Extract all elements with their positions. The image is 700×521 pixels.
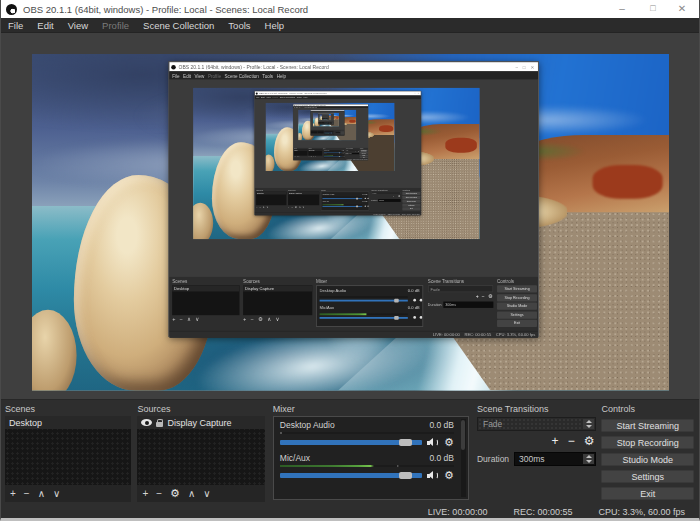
- add-transition-button[interactable]: +: [552, 434, 559, 448]
- combo-spinner-icon[interactable]: [583, 419, 594, 429]
- mixer-box: Desktop Audio 0.0 dB ⚙ Mic/Aux 0.0 dB: [273, 416, 469, 500]
- maximize-icon: □: [523, 64, 528, 69]
- mixer-ch1-header: Desktop Audio 0.0 dB: [280, 420, 454, 431]
- mixer-ch2-meter: [280, 465, 454, 467]
- captured-source-row: Display Capture: [288, 192, 319, 195]
- menu-file[interactable]: File: [1, 20, 30, 31]
- wallpaper-red-soil: [445, 138, 477, 153]
- captured-source-row: Display Capture: [317, 131, 323, 132]
- captured-statusbar: LIVE: 00:00:00 REC: 00:00:55 CPU: 3.3%, …: [293, 159, 368, 160]
- wallpaper-red-soil: [330, 116, 331, 117]
- captured-btn: Start Streaming: [497, 285, 537, 292]
- source-label: Display Capture: [167, 418, 231, 428]
- captured-mixer-ch2: Mic/Aux 0.0 dB: [320, 305, 420, 310]
- recursive-capture: OBS 20.1.1 (64bit, windows) - Profile: L…: [193, 88, 480, 240]
- captured-controls-panel: Controls Start Streaming Stop Recording …: [402, 189, 420, 212]
- captured-controls-panel: Controls Start Streaming Stop Recording …: [341, 130, 345, 135]
- captured-ch2-handle: [394, 316, 399, 320]
- captured-menubar: File Edit View Profile Scene Collection …: [169, 71, 538, 79]
- captured-transition-combo: Fade: [334, 131, 340, 132]
- add-source-button[interactable]: +: [142, 488, 148, 499]
- captured-transitions-panel: Scene Transitions Fade + − ⚙ Duration 30…: [334, 130, 340, 135]
- close-icon: ✕: [366, 105, 367, 106]
- gear-icon[interactable]: ⚙: [444, 437, 454, 448]
- volume-slider[interactable]: [280, 440, 422, 445]
- mixer-scrollbar[interactable]: [461, 419, 466, 497]
- gear-icon[interactable]: ⚙: [444, 470, 454, 481]
- wallpaper-red-soil: [379, 125, 393, 132]
- settings-button[interactable]: Settings: [601, 470, 694, 483]
- captured-menu-scene-collection: Scene Collection: [225, 73, 259, 78]
- captured-duration-value: 300ms: [443, 302, 493, 308]
- scene-row-desktop[interactable]: Desktop: [5, 416, 131, 429]
- volume-slider[interactable]: [280, 473, 422, 478]
- slider-handle[interactable]: [399, 472, 412, 479]
- captured-btn: Stop Recording: [497, 294, 537, 301]
- transition-properties-gear-icon[interactable]: ⚙: [584, 436, 595, 447]
- menu-tools[interactable]: Tools: [221, 20, 257, 31]
- scenes-panel-title: Scenes: [5, 400, 131, 416]
- recursive-capture-mount: OBS 20.1.1 (64bit, windows) - Profile: L…: [318, 114, 333, 122]
- remove-scene-button[interactable]: −: [24, 488, 30, 499]
- lock-icon[interactable]: [156, 422, 163, 427]
- transition-select[interactable]: Fade: [477, 417, 596, 431]
- remove-source-button[interactable]: −: [156, 488, 162, 499]
- captured-desktop: OBS 20.1.1 (64bit, windows) - Profile: L…: [313, 113, 339, 127]
- speaker-icon[interactable]: [427, 471, 439, 480]
- scrollbar-thumb[interactable]: [461, 420, 465, 450]
- captured-menu-view: View: [195, 73, 205, 78]
- captured-ch1-level: 0.0 dB: [362, 193, 367, 195]
- captured-sources-toolbar: + − ⚙ ∧ ∨: [308, 156, 322, 158]
- captured-btn: Exit: [402, 207, 420, 210]
- captured-mixer-ch1: Desktop Audio 0.0 dB: [320, 288, 420, 293]
- captured-mixer-box: Desktop Audio 0.0 dB Mic/Aux 0.0 dB: [324, 131, 334, 135]
- menu-edit[interactable]: Edit: [30, 20, 60, 31]
- menu-view[interactable]: View: [61, 20, 95, 31]
- add-scene-button[interactable]: +: [10, 488, 16, 499]
- source-row-display-capture[interactable]: Display Capture: [137, 416, 264, 429]
- wallpaper-rock: [266, 155, 275, 171]
- sources-list[interactable]: Display Capture: [137, 416, 264, 485]
- duration-input[interactable]: 300ms: [514, 452, 596, 466]
- menu-profile[interactable]: Profile: [95, 20, 136, 31]
- captured-mixer-ch1: Desktop Audio 0.0 dB: [322, 193, 367, 195]
- captured-ch2-level: 0.0 dB: [408, 305, 420, 310]
- scene-down-button[interactable]: ∨: [53, 488, 60, 499]
- captured-mixer-panel: Mixer Desktop Audio 0.0 dB: [316, 279, 423, 331]
- close-icon: ✕: [417, 92, 420, 94]
- duration-label: Duration: [477, 454, 509, 464]
- captured-duration-row: Duration 300ms: [371, 199, 400, 202]
- captured-ch1-handle: [339, 152, 340, 153]
- controls-panel-title: Controls: [601, 400, 694, 416]
- gear-icon: [344, 156, 345, 157]
- captured-ch1-name: Desktop Audio: [324, 150, 329, 151]
- scene-up-button[interactable]: ∧: [38, 488, 45, 499]
- preview-canvas[interactable]: OBS 20.1.1 (64bit, windows) - Profile: L…: [1, 33, 699, 399]
- duration-spinner-icon[interactable]: [583, 454, 594, 464]
- maximize-button[interactable]: □: [638, 0, 668, 18]
- minimize-button[interactable]: –: [607, 0, 637, 18]
- duration-value: 300ms: [519, 454, 545, 464]
- visibility-eye-icon[interactable]: [141, 419, 152, 426]
- source-properties-gear-icon[interactable]: ⚙: [170, 487, 180, 500]
- exit-button[interactable]: Exit: [601, 487, 694, 500]
- source-down-button[interactable]: ∨: [203, 488, 210, 499]
- titlebar[interactable]: OBS 20.1.1 (64bit, windows) - Profile: L…: [1, 0, 699, 18]
- menu-help[interactable]: Help: [258, 20, 292, 31]
- captured-desktop: OBS 20.1.1 (64bit, windows) - Profile: L…: [298, 110, 356, 141]
- slider-handle[interactable]: [399, 439, 412, 446]
- speaker-icon[interactable]: [427, 438, 439, 447]
- captured-window-controls: – □ ✕: [515, 64, 536, 69]
- source-up-button[interactable]: ∧: [188, 488, 195, 499]
- captured-rec: REC: 00:00:55: [388, 213, 400, 216]
- close-button[interactable]: ✕: [667, 0, 697, 18]
- scenes-list[interactable]: Desktop: [5, 416, 131, 485]
- start-streaming-button[interactable]: Start Streaming: [601, 419, 694, 432]
- captured-sources-panel: Sources Display Capture + − ⚙ ∧ ∨: [317, 130, 323, 135]
- remove-transition-button[interactable]: −: [568, 434, 575, 448]
- studio-mode-button[interactable]: Studio Mode: [601, 453, 694, 466]
- captured-desktop: OBS 20.1.1 (64bit, windows) - Profile: L…: [32, 54, 669, 391]
- stop-recording-button[interactable]: Stop Recording: [601, 436, 694, 449]
- menu-scene-collection[interactable]: Scene Collection: [136, 20, 221, 31]
- captured-ch2-name: Mic/Aux: [320, 305, 335, 310]
